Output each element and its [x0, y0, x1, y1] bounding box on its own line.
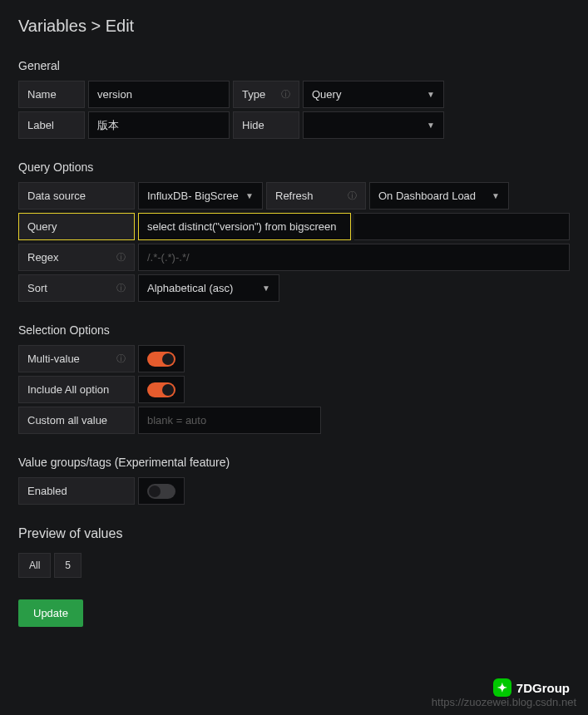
- selection-options-heading: Selection Options: [18, 323, 570, 337]
- page-title: Variables > Edit: [18, 17, 570, 36]
- name-input-wrap: [88, 81, 230, 108]
- sort-select[interactable]: Alphabetical (asc) ▼: [138, 274, 279, 302]
- selection-options-section: Selection Options Multi-value ⓘ Include …: [18, 323, 570, 434]
- query-input[interactable]: [147, 220, 342, 233]
- watermark-logo: ✦ 7DGroup: [493, 678, 570, 697]
- wechat-icon: ✦: [493, 678, 511, 697]
- enabled-label: Enabled: [18, 477, 135, 505]
- custom-all-label: Custom all value: [18, 407, 135, 434]
- query-label: Query: [18, 213, 135, 240]
- refresh-label: Refresh ⓘ: [266, 182, 366, 210]
- label-input[interactable]: [97, 119, 220, 131]
- include-all-toggle[interactable]: [147, 382, 175, 397]
- preview-values: All 5: [18, 553, 570, 578]
- custom-all-input-wrap: [138, 407, 321, 434]
- label-label: Label: [18, 111, 85, 139]
- info-icon: ⓘ: [116, 251, 126, 264]
- preview-chip: 5: [54, 553, 82, 578]
- general-section: General Name Type ⓘ Query ▼ Label Hide: [18, 59, 570, 139]
- enabled-toggle[interactable]: [147, 484, 175, 499]
- info-icon: ⓘ: [281, 88, 290, 101]
- chevron-down-icon: ▼: [245, 191, 254, 200]
- custom-all-input[interactable]: [147, 414, 312, 427]
- multi-value-label: Multi-value ⓘ: [18, 345, 135, 372]
- regex-input[interactable]: [147, 251, 561, 264]
- sort-label: Sort ⓘ: [18, 274, 135, 302]
- preview-section: Preview of values All 5: [18, 526, 570, 578]
- general-heading: General: [18, 59, 570, 72]
- chevron-down-icon: ▼: [262, 284, 270, 293]
- name-input[interactable]: [97, 88, 220, 101]
- enabled-toggle-wrap: [138, 477, 185, 505]
- datasource-select[interactable]: InfluxDB- BigScree ▼: [138, 182, 263, 210]
- label-input-wrap: [88, 111, 230, 139]
- name-label: Name: [18, 81, 85, 108]
- chevron-down-icon: ▼: [427, 90, 435, 99]
- refresh-select[interactable]: On Dashboard Load ▼: [369, 182, 509, 210]
- hide-select[interactable]: ▼: [303, 111, 444, 139]
- query-options-heading: Query Options: [18, 160, 570, 174]
- value-groups-heading: Value groups/tags (Experimental feature): [18, 456, 570, 469]
- info-icon: ⓘ: [116, 353, 126, 365]
- datasource-label: Data source: [18, 182, 135, 210]
- info-icon: ⓘ: [116, 282, 126, 294]
- update-button[interactable]: Update: [18, 599, 83, 627]
- multi-value-toggle[interactable]: [147, 352, 175, 367]
- preview-heading: Preview of values: [18, 526, 570, 541]
- query-input-wrap: [138, 213, 351, 240]
- info-icon: ⓘ: [348, 190, 357, 202]
- multi-value-toggle-wrap: [138, 345, 185, 372]
- query-input-ext: [354, 213, 570, 240]
- type-select[interactable]: Query ▼: [303, 81, 444, 108]
- regex-input-wrap: [138, 244, 570, 271]
- preview-chip: All: [18, 553, 51, 578]
- value-groups-section: Value groups/tags (Experimental feature)…: [18, 456, 570, 505]
- query-options-section: Query Options Data source InfluxDB- BigS…: [18, 160, 570, 302]
- hide-label: Hide: [233, 111, 299, 139]
- chevron-down-icon: ▼: [427, 121, 435, 130]
- include-all-label: Include All option: [18, 376, 135, 403]
- type-label: Type ⓘ: [233, 81, 299, 108]
- regex-label: Regex ⓘ: [18, 244, 135, 271]
- include-all-toggle-wrap: [138, 376, 185, 403]
- watermark-url: https://zuozewei.blog.csdn.net: [432, 696, 576, 708]
- chevron-down-icon: ▼: [492, 191, 500, 200]
